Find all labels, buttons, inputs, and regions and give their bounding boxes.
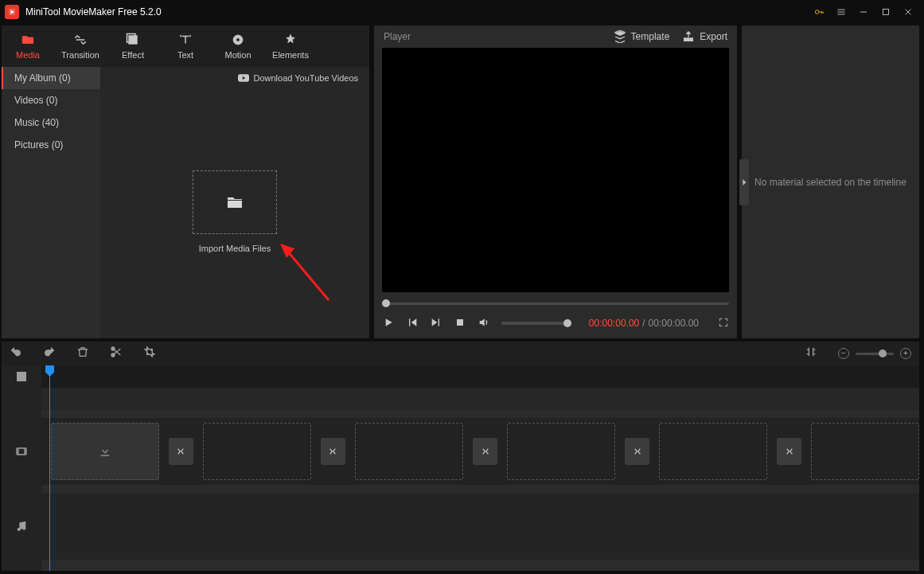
minimize-button[interactable] bbox=[852, 0, 875, 24]
maximize-button[interactable] bbox=[875, 0, 897, 24]
media-sidebar: My Album (0) Videos (0) Music (40) Pictu… bbox=[2, 67, 100, 338]
svg-marker-9 bbox=[280, 244, 294, 258]
tab-transition[interactable]: Transition bbox=[54, 25, 107, 67]
template-label: Template bbox=[631, 31, 670, 42]
expand-panel-button[interactable] bbox=[739, 159, 749, 205]
stop-button[interactable] bbox=[454, 316, 466, 331]
transition-slot[interactable] bbox=[777, 438, 802, 465]
download-youtube-label: Download YouTube Videos bbox=[254, 73, 359, 83]
chevron-right-icon bbox=[741, 178, 747, 186]
template-button[interactable]: Template bbox=[614, 30, 670, 43]
redo-button[interactable] bbox=[43, 346, 56, 361]
sidebar-item-label: Music (40) bbox=[14, 117, 59, 128]
app-logo-icon bbox=[5, 5, 19, 19]
fullscreen-button[interactable] bbox=[718, 317, 729, 330]
close-button[interactable] bbox=[897, 0, 919, 24]
tab-text[interactable]: Text bbox=[159, 25, 212, 67]
volume-button[interactable] bbox=[478, 316, 490, 331]
volume-slider[interactable] bbox=[501, 322, 571, 325]
tab-motion[interactable]: Motion bbox=[212, 25, 264, 67]
svg-point-0 bbox=[815, 10, 819, 14]
next-frame-button[interactable] bbox=[430, 316, 443, 331]
video-slot[interactable] bbox=[51, 423, 159, 480]
sidebar-item-label: Videos (0) bbox=[14, 95, 57, 106]
video-slot[interactable] bbox=[659, 423, 767, 480]
tab-label: Transition bbox=[61, 50, 99, 60]
sidebar-item-videos[interactable]: Videos (0) bbox=[2, 89, 100, 111]
hamburger-menu-button[interactable] bbox=[830, 0, 852, 24]
export-icon bbox=[682, 30, 695, 43]
zoom-slider[interactable] bbox=[856, 353, 894, 355]
transition-slot[interactable] bbox=[169, 438, 194, 465]
tab-label: Elements bbox=[272, 50, 309, 60]
player-controls: 00:00:00.00/00:00:00.00 bbox=[374, 311, 737, 338]
add-track-button[interactable] bbox=[2, 365, 41, 388]
play-button[interactable] bbox=[382, 316, 395, 331]
zoom-in-button[interactable]: + bbox=[900, 348, 911, 359]
top-tabs: Media Transition Effect Text Motion bbox=[2, 25, 369, 67]
sidebar-item-my-album[interactable]: My Album (0) bbox=[2, 67, 100, 89]
sidebar-item-label: My Album (0) bbox=[14, 72, 71, 84]
split-button[interactable] bbox=[110, 346, 123, 361]
import-media-dropzone[interactable] bbox=[193, 170, 277, 234]
svg-line-8 bbox=[287, 250, 329, 300]
tab-media[interactable]: Media bbox=[2, 25, 54, 67]
svg-point-15 bbox=[18, 529, 20, 531]
timeline bbox=[2, 365, 919, 571]
tab-label: Text bbox=[177, 50, 193, 60]
video-slot[interactable] bbox=[203, 423, 311, 480]
zoom-out-button[interactable]: − bbox=[838, 348, 849, 359]
timeline-toolbar: − + bbox=[2, 342, 919, 365]
delete-button[interactable] bbox=[76, 346, 89, 361]
download-youtube-link[interactable]: Download YouTube Videos bbox=[100, 67, 369, 89]
license-key-button[interactable] bbox=[808, 0, 830, 24]
import-media-label: Import Media Files bbox=[199, 244, 271, 253]
preview-viewer[interactable] bbox=[382, 48, 729, 292]
audio-track[interactable] bbox=[41, 493, 919, 560]
timeline-ruler[interactable] bbox=[41, 365, 919, 388]
svg-rect-10 bbox=[457, 319, 463, 326]
transition-slot[interactable] bbox=[625, 438, 650, 465]
download-into-slot-icon bbox=[98, 444, 112, 459]
properties-empty-msg: No material selected on the timeline bbox=[754, 177, 906, 188]
timeline-body[interactable] bbox=[41, 365, 919, 571]
properties-panel: No material selected on the timeline bbox=[742, 25, 919, 338]
text-track-icon bbox=[2, 388, 41, 410]
svg-point-5 bbox=[236, 38, 240, 42]
crop-button[interactable] bbox=[143, 346, 156, 361]
player-label: Player bbox=[384, 31, 411, 42]
upper-area: Media Transition Effect Text Motion bbox=[0, 24, 924, 338]
svg-rect-7 bbox=[228, 200, 242, 201]
youtube-icon bbox=[238, 73, 249, 83]
audio-track-icon bbox=[2, 493, 41, 560]
export-button[interactable]: Export bbox=[682, 30, 727, 43]
player-header: Player Template Export bbox=[374, 25, 737, 48]
video-slot[interactable] bbox=[355, 423, 463, 480]
video-slot[interactable] bbox=[507, 423, 615, 480]
folder-icon bbox=[224, 193, 246, 212]
fit-zoom-button[interactable] bbox=[805, 346, 817, 361]
transition-slot[interactable] bbox=[473, 438, 498, 465]
sidebar-item-music[interactable]: Music (40) bbox=[2, 111, 100, 134]
media-panel: Media Transition Effect Text Motion bbox=[2, 25, 369, 338]
svg-rect-1 bbox=[883, 10, 889, 15]
tab-elements[interactable]: Elements bbox=[264, 25, 317, 67]
tab-effect[interactable]: Effect bbox=[107, 25, 159, 67]
text-track[interactable] bbox=[41, 388, 919, 410]
timecode: 00:00:00.00/00:00:00.00 bbox=[589, 318, 699, 329]
media-body: My Album (0) Videos (0) Music (40) Pictu… bbox=[2, 67, 369, 338]
transition-slot[interactable] bbox=[321, 438, 346, 465]
zoom-control: − + bbox=[838, 348, 911, 359]
svg-point-16 bbox=[23, 527, 25, 529]
video-track[interactable] bbox=[41, 418, 919, 485]
sidebar-item-pictures[interactable]: Pictures (0) bbox=[2, 134, 100, 156]
app-title: MiniTool MovieMaker Free 5.2.0 bbox=[25, 6, 162, 18]
sidebar-item-label: Pictures (0) bbox=[14, 139, 63, 150]
undo-button[interactable] bbox=[10, 346, 22, 361]
prev-frame-button[interactable] bbox=[406, 316, 419, 331]
seek-bar[interactable] bbox=[382, 295, 729, 311]
timecode-total: 00:00:00.00 bbox=[649, 318, 699, 329]
video-slot[interactable] bbox=[811, 423, 919, 480]
media-drop-area: Download YouTube Videos Import Media Fil… bbox=[100, 67, 369, 338]
export-label: Export bbox=[700, 31, 727, 42]
